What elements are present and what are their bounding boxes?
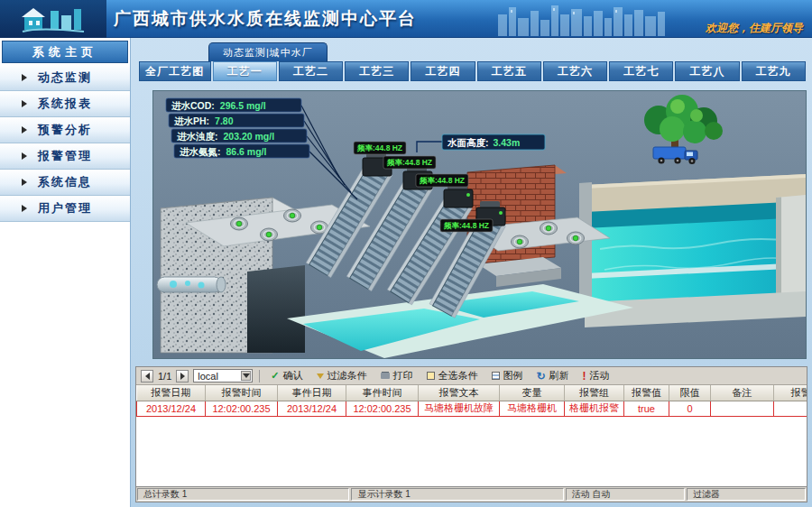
handwheel [284,209,301,222]
column-header[interactable]: 变量 [500,385,565,401]
status-shown-records: 显示计录数 1 [351,488,563,501]
sidebar-item-reports[interactable]: 系统报表 [0,91,130,117]
chevron-right-icon [22,74,27,81]
column-header[interactable]: 报警 [774,385,807,401]
print-button[interactable]: 打印 [376,368,418,383]
tab-full-plant[interactable]: 全厂工艺图 [139,61,211,81]
sidebar-item-system-info[interactable]: 系统信息 [0,170,130,196]
column-header[interactable]: 报警文本 [419,385,500,401]
welcome-text: 欢迎您，住建厅领导 [706,21,803,36]
handwheel [512,235,529,248]
column-header[interactable]: 报警日期 [137,385,206,401]
water-level-name: 水面高度: [447,137,489,148]
alarm-cell [774,401,807,416]
chevron-right-icon [22,205,27,212]
sidebar-item-label: 系统报表 [38,96,92,112]
svg-text:进水浊度:203.20 mg/l: 进水浊度:203.20 mg/l [176,131,274,142]
scada-view: 进水COD:296.5 mg/l 进水PH:7.80 进水浊度:203.20 m… [152,90,807,359]
scada-diagram: 进水COD:296.5 mg/l 进水PH:7.80 进水浊度:203.20 m… [153,91,806,358]
alarm-cell: 马塘格栅机故障 [419,401,500,416]
tab-process-4[interactable]: 工艺四 [411,61,475,81]
info-value: 86.6 mg/l [226,146,267,157]
svg-text:进水PH:7.80: 进水PH:7.80 [173,115,234,126]
cityscape-image [498,2,666,40]
filter-button[interactable]: 过滤条件 [312,368,372,383]
column-header[interactable]: 报警时间 [206,385,278,401]
sidebar: 系统主页 动态监测 系统报表 预警分析 报警管理 系统信息 [0,38,131,507]
alarm-row[interactable]: 2013/12/24 12:02:00.235 2013/12/24 12:02… [137,401,807,416]
chevron-right-icon [22,179,27,186]
column-header[interactable]: 报警组 [565,385,624,401]
info-label: 进水氨氮: [179,146,221,157]
button-label: 图例 [503,369,523,383]
handwheel [567,232,585,244]
alarm-statusbar: 总计录数 1 显示计录数 1 活动 自动 过滤器 [136,486,807,502]
tab-process-5[interactable]: 工艺五 [477,61,541,81]
sidebar-item-dynamic-monitoring[interactable]: 动态监测 [0,65,130,91]
sidebar-item-label: 动态监测 [38,69,92,86]
tab-process-3[interactable]: 工艺三 [345,61,409,81]
arrow-left-icon [145,373,150,380]
sidebar-item-warning-analysis[interactable]: 预警分析 [0,117,130,143]
sidebar-item-alarm-management[interactable]: 报警管理 [0,143,130,170]
alarm-cell: 2013/12/24 [278,401,346,416]
sidebar-item-label: 报警管理 [38,148,92,164]
button-label: 活动 [590,369,610,383]
check-icon [271,371,279,381]
chevron-right-icon [22,126,27,134]
tab-process-9[interactable]: 工艺九 [742,61,806,81]
button-label: 确认 [283,369,303,383]
button-label: 打印 [393,369,413,383]
process-tabbar: 全厂工艺图 工艺一 工艺二 工艺三 工艺四 工艺五 工艺六 工艺七 工艺八 工艺… [131,61,812,81]
prev-page-button[interactable] [141,370,153,383]
inlet-pipe [157,277,226,292]
sidebar-item-label: 预警分析 [38,122,92,138]
select-all-button[interactable]: 全选条件 [422,368,483,383]
header: 广西城市供水水质在线监测中心平台 欢迎您，住建厅领导 [0,0,812,38]
column-header[interactable]: 限值 [669,385,711,401]
svg-text:水面高度:3.43m: 水面高度:3.43m [447,137,520,148]
sidebar-item-user-management[interactable]: 用户管理 [0,196,130,222]
chevron-right-icon [22,152,27,160]
column-header[interactable]: 事件时间 [346,385,419,401]
logo [0,0,106,38]
button-label: 刷新 [549,369,569,383]
alarm-cell: 12:02:00.235 [346,401,419,416]
status-filter: 过滤器 [687,488,806,501]
breadcrumb[interactable]: 动态监测|城中水厂 [208,42,328,61]
alarm-list-select[interactable]: local [193,369,253,383]
column-header[interactable]: 事件日期 [278,385,346,401]
tab-process-1[interactable]: 工艺一 [213,61,277,81]
info-label: 进水COD: [171,100,215,111]
breadcrumb-row: 动态监测|城中水厂 [131,38,812,61]
sidebar-home[interactable]: 系统主页 [2,41,128,63]
alarm-table-wrap: 报警日期 报警时间 事件日期 事件时间 报警文本 变量 报警组 报警值 限值 备… [136,385,807,417]
button-label: 过滤条件 [328,369,367,383]
handwheel [261,228,278,241]
alarm-table-empty-area [136,417,807,486]
activity-button[interactable]: 活动 [578,368,614,383]
tab-process-7[interactable]: 工艺七 [609,61,673,81]
info-value: 296.5 mg/l [220,100,266,111]
page-indicator: 1/1 [158,371,171,382]
frequency-label: 频率:44.8 HZ [386,158,432,167]
column-header[interactable]: 报警值 [624,385,669,401]
frequency-label: 频率:44.8 HZ [356,143,402,152]
tab-process-8[interactable]: 工艺八 [675,61,739,81]
tab-process-2[interactable]: 工艺二 [279,61,343,81]
alarm-cell: true [624,401,669,416]
alarm-cell [711,401,774,416]
tab-process-6[interactable]: 工艺六 [543,61,607,81]
handwheel [540,222,558,235]
alarm-toolbar: 1/1 local 确认 过滤条件 [136,367,807,385]
legend-button[interactable]: 图例 [487,368,528,383]
acknowledge-button[interactable]: 确认 [266,368,307,383]
sidebar-item-label: 用户管理 [38,200,92,217]
next-page-button[interactable] [176,370,189,383]
dropdown-box [241,371,251,381]
refresh-button[interactable]: 刷新 [532,368,574,383]
column-header[interactable]: 备注 [711,385,774,401]
frequency-label: 频率:44.8 HZ [419,176,465,185]
legend-icon [492,372,500,380]
filter-icon [317,373,324,379]
